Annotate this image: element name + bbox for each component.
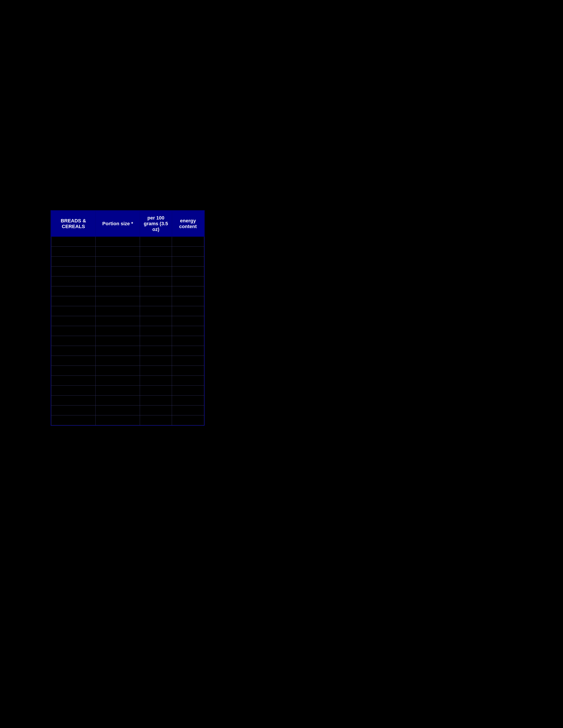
header-food: BREADS & CEREALS bbox=[51, 211, 96, 236]
cell-portion-5 bbox=[96, 286, 140, 296]
cell-food-17 bbox=[51, 405, 96, 415]
cell-portion-14 bbox=[96, 375, 140, 385]
cell-energy-18 bbox=[172, 415, 204, 425]
table-row bbox=[51, 306, 204, 316]
cell-portion-17 bbox=[96, 405, 140, 415]
cell-energy-6 bbox=[172, 296, 204, 306]
cell-energy-1 bbox=[172, 246, 204, 256]
cell-food-0 bbox=[51, 236, 96, 246]
table-row bbox=[51, 346, 204, 356]
cell-portion-4 bbox=[96, 276, 140, 286]
cell-per100-6 bbox=[140, 296, 172, 306]
cell-food-14 bbox=[51, 375, 96, 385]
cell-per100-3 bbox=[140, 266, 172, 276]
cell-portion-18 bbox=[96, 415, 140, 425]
table-row bbox=[51, 415, 204, 425]
cell-per100-12 bbox=[140, 356, 172, 366]
cell-per100-8 bbox=[140, 316, 172, 326]
cell-portion-13 bbox=[96, 366, 140, 375]
cell-portion-6 bbox=[96, 296, 140, 306]
cell-energy-15 bbox=[172, 385, 204, 395]
cell-food-15 bbox=[51, 385, 96, 395]
cell-food-7 bbox=[51, 306, 96, 316]
cell-food-18 bbox=[51, 415, 96, 425]
table-row bbox=[51, 276, 204, 286]
cell-portion-0 bbox=[96, 236, 140, 246]
cell-per100-18 bbox=[140, 415, 172, 425]
cell-portion-12 bbox=[96, 356, 140, 366]
cell-energy-8 bbox=[172, 316, 204, 326]
cell-food-10 bbox=[51, 336, 96, 346]
table-row bbox=[51, 356, 204, 366]
cell-per100-10 bbox=[140, 336, 172, 346]
cell-portion-15 bbox=[96, 385, 140, 395]
cell-food-8 bbox=[51, 316, 96, 326]
cell-energy-13 bbox=[172, 366, 204, 375]
table-row bbox=[51, 316, 204, 326]
cell-portion-9 bbox=[96, 326, 140, 336]
cell-energy-9 bbox=[172, 326, 204, 336]
cell-food-12 bbox=[51, 356, 96, 366]
cell-energy-5 bbox=[172, 286, 204, 296]
cell-energy-3 bbox=[172, 266, 204, 276]
cell-per100-15 bbox=[140, 385, 172, 395]
cell-per100-14 bbox=[140, 375, 172, 385]
cell-portion-10 bbox=[96, 336, 140, 346]
cell-food-1 bbox=[51, 246, 96, 256]
cell-per100-2 bbox=[140, 256, 172, 266]
cell-energy-10 bbox=[172, 336, 204, 346]
cell-food-13 bbox=[51, 366, 96, 375]
cell-food-5 bbox=[51, 286, 96, 296]
breads-cereals-table: BREADS & CEREALS Portion size * per 100 … bbox=[51, 210, 205, 426]
cell-food-2 bbox=[51, 256, 96, 266]
cell-energy-2 bbox=[172, 256, 204, 266]
cell-per100-1 bbox=[140, 246, 172, 256]
cell-portion-7 bbox=[96, 306, 140, 316]
cell-energy-7 bbox=[172, 306, 204, 316]
cell-energy-0 bbox=[172, 236, 204, 246]
cell-per100-16 bbox=[140, 395, 172, 405]
table-row bbox=[51, 336, 204, 346]
cell-per100-4 bbox=[140, 276, 172, 286]
table-row bbox=[51, 326, 204, 336]
table-row bbox=[51, 236, 204, 246]
table-row bbox=[51, 366, 204, 375]
table-row bbox=[51, 405, 204, 415]
cell-energy-12 bbox=[172, 356, 204, 366]
cell-food-16 bbox=[51, 395, 96, 405]
table-row bbox=[51, 246, 204, 256]
table-row bbox=[51, 256, 204, 266]
header-per100: per 100 grams (3.5 oz) bbox=[140, 211, 172, 236]
cell-portion-3 bbox=[96, 266, 140, 276]
table-row bbox=[51, 395, 204, 405]
cell-portion-8 bbox=[96, 316, 140, 326]
cell-portion-16 bbox=[96, 395, 140, 405]
table-row bbox=[51, 375, 204, 385]
table-row bbox=[51, 296, 204, 306]
cell-per100-5 bbox=[140, 286, 172, 296]
cell-food-4 bbox=[51, 276, 96, 286]
cell-per100-0 bbox=[140, 236, 172, 246]
cell-energy-4 bbox=[172, 276, 204, 286]
cell-food-9 bbox=[51, 326, 96, 336]
cell-per100-9 bbox=[140, 326, 172, 336]
header-energy: energy content bbox=[172, 211, 204, 236]
header-portion: Portion size * bbox=[96, 211, 140, 236]
cell-energy-16 bbox=[172, 395, 204, 405]
cell-food-11 bbox=[51, 346, 96, 356]
table-row bbox=[51, 286, 204, 296]
cell-food-3 bbox=[51, 266, 96, 276]
cell-per100-7 bbox=[140, 306, 172, 316]
cell-portion-11 bbox=[96, 346, 140, 356]
cell-per100-17 bbox=[140, 405, 172, 415]
cell-per100-13 bbox=[140, 366, 172, 375]
cell-portion-1 bbox=[96, 246, 140, 256]
cell-energy-14 bbox=[172, 375, 204, 385]
cell-energy-11 bbox=[172, 346, 204, 356]
table-row bbox=[51, 266, 204, 276]
cell-food-6 bbox=[51, 296, 96, 306]
cell-per100-11 bbox=[140, 346, 172, 356]
cell-energy-17 bbox=[172, 405, 204, 415]
cell-portion-2 bbox=[96, 256, 140, 266]
table-row bbox=[51, 385, 204, 395]
